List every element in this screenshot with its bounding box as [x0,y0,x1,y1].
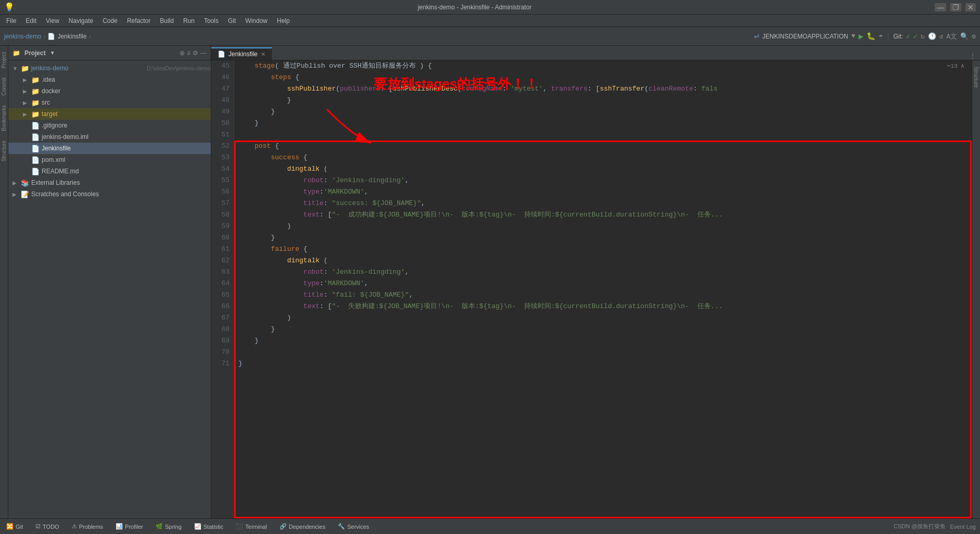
status-spring[interactable]: 🌿 Spring [154,519,184,534]
tab-bookmarks[interactable]: Bookmarks [0,101,8,135]
menu-edit[interactable]: Edit [21,16,41,26]
git-revert[interactable]: ↺ [939,32,944,41]
menu-help[interactable]: Help [273,16,294,26]
menu-tools[interactable]: Tools [200,16,223,26]
back-icon[interactable]: ↩ [754,31,759,42]
menu-refactor[interactable]: Refactor [123,16,155,26]
code-line-52: post { [238,141,968,152]
tree-root[interactable]: ▼ 📁 jenkins-demo D:\ideaDev\jenkins-demo [8,62,211,74]
maximize-button[interactable]: ❐ [950,3,961,11]
tree-iml[interactable]: 📄 jenkins-demo.iml [8,131,211,143]
code-line-59: ) [238,221,968,232]
git-update[interactable]: ↻ [921,32,925,41]
status-terminal[interactable]: ⬛ Terminal [234,519,269,534]
tree-scratches[interactable]: ▶ 📝 Scratches and Consoles [8,188,211,200]
breadcrumb-project[interactable]: jenkins-demo [4,33,41,40]
structure-tab[interactable]: Structure [972,62,980,92]
jenkinsfile-icon: 📄 [31,145,40,152]
tab-jenkinsfile[interactable]: 📄 Jenkinsfile ✕ [211,47,272,60]
tab-more-btn[interactable]: ⋮ [965,52,980,60]
dependencies-label: Dependencies [289,524,325,530]
code-line-50: } [238,118,968,129]
tree-external-libraries[interactable]: ▶ 📚 External Libraries [8,177,211,188]
docker-icon: 📁 [31,87,40,95]
git-check2[interactable]: ✓ [913,32,918,41]
settings-icon[interactable]: ⚙ [972,32,976,41]
readme-label: README.md [42,168,211,175]
tree-idea[interactable]: ▶ 📁 .idea [8,74,211,85]
debug-icon[interactable]: 🐛 [867,32,875,41]
status-todo[interactable]: ☑ TODO [33,519,61,534]
panel-dropdown-icon[interactable]: ▼ [50,50,55,56]
scratch-label: Scratches and Consoles [31,190,211,198]
menu-view[interactable]: View [42,16,63,26]
status-statistic[interactable]: 📈 Statistic [192,519,226,534]
code-content[interactable]: stage( 通过Publish over SSH通知目标服务分布 ) {✂13… [234,60,972,518]
menu-code[interactable]: Code [98,16,122,26]
tree-readme[interactable]: 📄 README.md [8,166,211,177]
root-path: D:\ideaDev\jenkins-demo [147,65,211,71]
breadcrumb-file[interactable]: Jenkinsfile [57,33,86,40]
dropdown-icon[interactable]: ▼ [851,32,856,40]
line-num-47: 47 [213,83,230,95]
annotation-container: 要放到stages的括号外！！ post { succ [238,141,968,347]
title-bar: 💡 jenkins-demo - Jenkinsfile - Administr… [0,0,980,15]
tab-structure-left[interactable]: Structure [0,136,8,166]
event-log[interactable]: Event Log [950,524,976,530]
panel-collapse-btn[interactable]: ≡ [187,49,190,57]
menu-navigate[interactable]: Navigate [65,16,97,26]
panel-minimize-btn[interactable]: — [200,49,207,57]
root-icon: 📁 [21,65,29,72]
root-label: jenkins-demo [31,65,143,72]
tree-target[interactable]: ▶ 📁 target [8,108,211,120]
status-problems[interactable]: ⚠ Problems [70,519,105,534]
git-clock[interactable]: 🕐 [928,32,936,41]
git-label: Git: [893,33,903,40]
code-line-51 [238,129,968,141]
target-icon: 📁 [31,110,40,118]
status-git[interactable]: 🔀 Git [4,519,25,534]
status-dependencies[interactable]: 🔗 Dependencies [277,519,327,534]
readme-icon: 📄 [31,168,40,175]
code-line-60: } [238,232,968,244]
left-sidebar-tabs: Project Commit Bookmarks Structure [0,46,8,518]
panel-header: 📁 Project ▼ ⊕ ≡ ⚙ — [8,46,211,60]
code-line-48: } [238,95,968,106]
line-num-57: 57 [213,198,230,209]
tab-commit[interactable]: Commit [0,73,8,99]
coverage-icon[interactable]: ☂ [879,32,883,41]
close-button[interactable]: ✕ [965,3,976,11]
run-icon[interactable]: ▶ [858,31,863,42]
panel-header-actions: ⊕ ≡ ⚙ — [180,49,207,57]
panel-locate-btn[interactable]: ⊕ [180,49,185,57]
code-line-66: text: ["- 失败构建:${JOB_NAME}项目!\n- 版本:${ta… [238,301,968,312]
tree-docker[interactable]: ▶ 📁 docker [8,85,211,97]
code-editor[interactable]: 45 46 47 48 49 50 51 52 53 54 55 56 57 5… [211,60,980,518]
tree-jenkinsfile[interactable]: 📄 Jenkinsfile [8,143,211,154]
ext-arrow: ▶ [12,180,19,186]
search-icon[interactable]: 🔍 [960,32,969,41]
menu-file[interactable]: File [2,16,20,26]
menu-git[interactable]: Git [224,16,240,26]
terminal-icon: ⬛ [236,523,243,530]
code-line-45: stage( 通过Publish over SSH通知目标服务分布 ) {✂13… [238,60,968,72]
breadcrumb-sep2: › [88,33,91,40]
gitignore-label: .gitignore [42,122,211,129]
menu-run[interactable]: Run [179,16,199,26]
status-right: CSDN @摸鱼打柴鱼 Event Log [894,523,976,530]
menu-build[interactable]: Build [156,16,178,26]
status-profiler[interactable]: 📊 Profiler [113,519,145,534]
tree-src[interactable]: ▶ 📁 src [8,97,211,108]
git-check1[interactable]: ✓ [906,32,910,41]
panel-options-btn[interactable]: ⚙ [193,49,198,57]
src-icon: 📁 [31,99,40,107]
tab-close-btn[interactable]: ✕ [261,51,265,58]
translate-icon[interactable]: A文 [946,32,957,41]
tree-pom[interactable]: 📄 pom.xml [8,154,211,166]
minimize-button[interactable]: — [935,3,946,11]
tab-project[interactable]: Project [0,48,8,72]
tree-gitignore[interactable]: 📄 .gitignore [8,120,211,131]
line-num-52: 52 [213,141,230,152]
status-services[interactable]: 🔧 Services [336,519,371,534]
menu-window[interactable]: Window [241,16,272,26]
